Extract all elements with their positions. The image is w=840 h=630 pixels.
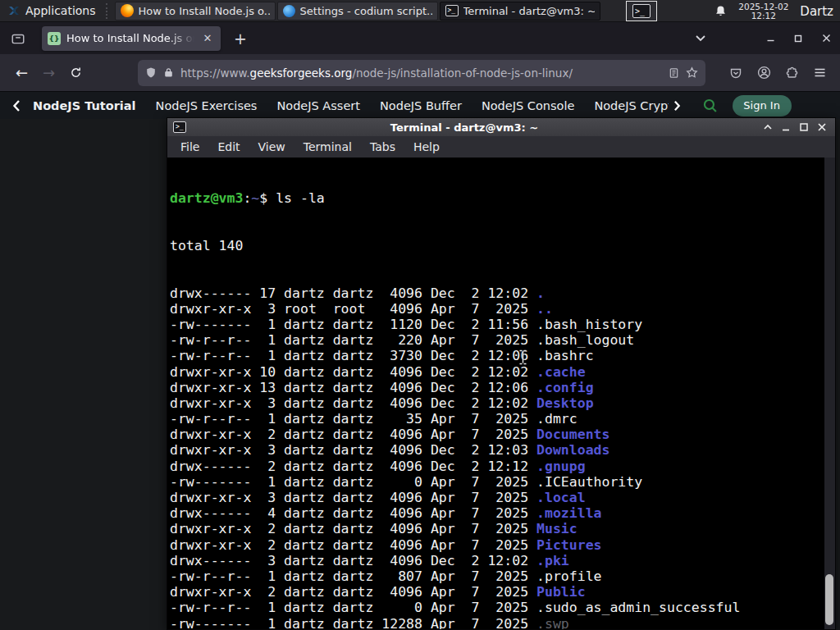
tab-title: How to Install Node.js on	[66, 32, 194, 44]
panel-user-label[interactable]: Dartz	[800, 4, 833, 19]
applications-menu-button[interactable]: Applications	[0, 0, 103, 22]
site-nav-link[interactable]: NodeJS Console	[482, 99, 575, 112]
terminal-menubar: FileEditViewTerminalTabsHelp	[167, 136, 835, 158]
terminal-titlebar[interactable]: >_ Terminal - dartz@vm3: ~	[167, 118, 835, 136]
panel-separator	[106, 3, 112, 19]
terminal-scrollbar-thumb[interactable]	[825, 574, 833, 625]
menu-hamburger-icon[interactable]	[806, 61, 833, 85]
terminal-output-line: total 140	[170, 238, 835, 253]
terminal-listing: drwx------ 17 dartz dartz 4096 Dec 2 12:…	[170, 285, 835, 629]
terminal-menu-item[interactable]: Edit	[208, 136, 249, 158]
terminal-output-line: drwxr-xr-x 2 dartz dartz 4096 Apr 7 2025…	[170, 427, 835, 442]
terminal-output: dartz@vm3:~$ ls -la total 140 drwx------…	[167, 158, 835, 629]
tracking-shield-icon[interactable]	[145, 66, 157, 79]
firefox-view-icon[interactable]	[5, 26, 31, 51]
taskbar-button-firefox[interactable]: How to Install Node.js o...	[115, 2, 276, 21]
terminal-output-line: -rw------- 1 dartz dartz 1120 Dec 2 11:5…	[170, 317, 835, 332]
account-icon[interactable]	[750, 61, 778, 85]
applications-label: Applications	[25, 4, 96, 17]
terminal-close-button[interactable]	[815, 121, 829, 134]
terminal-icon: >_	[632, 4, 651, 18]
terminal-output-line: -rw-r--r-- 1 dartz dartz 220 Apr 7 2025 …	[170, 332, 835, 348]
terminal-menu-item[interactable]: Help	[404, 136, 449, 158]
terminal-output-line: drwxr-xr-x 2 dartz dartz 4096 Apr 7 2025…	[170, 584, 835, 600]
window-minimize-button[interactable]	[756, 26, 784, 51]
terminal-minimize-button[interactable]	[778, 121, 793, 134]
tray-terminal-launcher[interactable]: >_	[626, 1, 657, 21]
terminal-output-line: drwx------ 3 dartz dartz 4096 Dec 2 12:0…	[170, 553, 835, 568]
terminal-output-line: drwxr-xr-x 13 dartz dartz 4096 Dec 2 12:…	[170, 380, 835, 395]
forward-button[interactable]: →	[35, 64, 62, 81]
terminal-output-line: drwx------ 4 dartz dartz 4096 Apr 7 2025…	[170, 505, 835, 521]
url-text: https://www.geeksforgeeks.org/node-js/in…	[180, 66, 662, 80]
notification-bell-icon[interactable]	[714, 5, 727, 17]
terminal-menu-item[interactable]: Terminal	[294, 136, 361, 158]
back-button[interactable]: ←	[8, 64, 35, 81]
terminal-output-line: drwxr-xr-x 3 dartz dartz 4096 Apr 7 2025…	[170, 490, 835, 505]
window-maximize-button[interactable]	[784, 26, 812, 51]
reader-view-icon[interactable]	[669, 67, 679, 79]
site-nav-links: NodeJS ExercisesNodeJS AssertNodeJS Buff…	[156, 99, 669, 112]
sign-in-button[interactable]: Sign In	[733, 95, 792, 116]
site-nav-link[interactable]: NodeJS Buffer	[380, 99, 462, 112]
pocket-icon[interactable]	[722, 61, 750, 85]
window-close-button[interactable]	[812, 26, 840, 51]
terminal-menu-item[interactable]: View	[249, 136, 294, 158]
site-nav-link[interactable]: NodeJS Exercises	[156, 99, 258, 112]
list-all-tabs-chevron-icon[interactable]	[687, 26, 714, 51]
terminal-output-line: -rw-r--r-- 1 dartz dartz 0 Apr 7 2025 .s…	[170, 600, 835, 615]
terminal-output-line: -rw-r--r-- 1 dartz dartz 807 Apr 7 2025 …	[170, 568, 835, 584]
site-nav-primary-link[interactable]: NodeJS Tutorial	[33, 99, 136, 112]
terminal-output-line: -rw------- 1 dartz dartz 12288 Apr 7 202…	[170, 616, 835, 629]
mouse-cursor-ibeam	[518, 349, 527, 365]
panel-clock[interactable]: 2025-12-02 12:12	[738, 2, 788, 21]
terminal-window: >_ Terminal - dartz@vm3: ~ FileEditViewT…	[167, 117, 836, 630]
firefox-icon	[121, 4, 134, 17]
taskbar-button-terminal[interactable]: >_ Terminal - dartz@vm3: ~	[440, 2, 600, 21]
terminal-output-line: drwxr-xr-x 2 dartz dartz 4096 Apr 7 2025…	[170, 537, 835, 553]
browser-tab-bar: {} How to Install Node.js on ✕ +	[0, 22, 840, 54]
tab-close-icon[interactable]: ✕	[200, 31, 215, 46]
extensions-icon[interactable]	[778, 61, 806, 85]
terminal-output-line: drwxr-xr-x 3 dartz dartz 4096 Dec 2 12:0…	[170, 442, 835, 458]
nav-chevron-right-icon[interactable]	[669, 94, 687, 118]
terminal-output-line: drwxr-xr-x 3 dartz dartz 4096 Dec 2 12:0…	[170, 395, 835, 411]
terminal-menu-item[interactable]: File	[171, 136, 208, 158]
terminal-menu-item[interactable]: Tabs	[361, 136, 404, 158]
site-favicon: {}	[48, 32, 61, 45]
terminal-output-line: -rw------- 1 dartz dartz 0 Apr 7 2025 .I…	[170, 474, 835, 490]
reload-button[interactable]	[62, 61, 89, 85]
desktop-panel: Applications How to Install Node.js o...…	[0, 0, 840, 22]
url-bar[interactable]: https://www.geeksforgeeks.org/node-js/in…	[138, 60, 705, 86]
site-nav-link[interactable]: NodeJS Crypto	[594, 99, 668, 112]
terminal-prompt-line: dartz@vm3:~$ ls -la	[170, 190, 835, 206]
terminal-output-line: drwx------ 17 dartz dartz 4096 Dec 2 12:…	[170, 285, 835, 301]
terminal-output-line: drwxr-xr-x 10 dartz dartz 4096 Dec 2 12:…	[170, 364, 835, 380]
terminal-rollup-button[interactable]	[760, 121, 775, 134]
terminal-scrollbar[interactable]	[824, 158, 835, 629]
terminal-title: Terminal - dartz@vm3: ~	[167, 121, 761, 134]
taskbar-button-codium[interactable]: Settings - codium script...	[277, 2, 438, 21]
site-nav-link[interactable]: NodeJS Assert	[276, 99, 360, 112]
terminal-output-line: drwxr-xr-x 2 dartz dartz 4096 Apr 7 2025…	[170, 521, 835, 536]
bookmark-star-icon[interactable]	[686, 66, 698, 79]
terminal-icon: >_	[445, 5, 459, 16]
site-nav-bar: NodeJS Tutorial NodeJS ExercisesNodeJS A…	[0, 92, 840, 119]
terminal-output-line: -rw-r--r-- 1 dartz dartz 35 Apr 7 2025 .…	[170, 411, 835, 427]
codium-icon	[283, 5, 295, 17]
terminal-output-line: drwx------ 2 dartz dartz 4096 Dec 2 12:1…	[170, 459, 835, 474]
distro-logo-icon	[7, 4, 21, 17]
new-tab-button[interactable]: +	[228, 30, 253, 48]
search-icon[interactable]	[700, 94, 721, 118]
nav-chevron-left-icon[interactable]	[7, 94, 26, 118]
terminal-output-line: -rw-r--r-- 1 dartz dartz 3730 Dec 2 12:0…	[170, 348, 835, 363]
browser-toolbar: ← → https://www.geeksforgeeks.org/node-j…	[0, 54, 840, 92]
browser-tab-active[interactable]: {} How to Install Node.js on ✕	[42, 26, 221, 51]
terminal-output-line: drwxr-xr-x 3 root root 4096 Apr 7 2025 .…	[170, 301, 835, 317]
terminal-maximize-button[interactable]	[797, 121, 811, 134]
lock-icon[interactable]	[163, 66, 174, 79]
